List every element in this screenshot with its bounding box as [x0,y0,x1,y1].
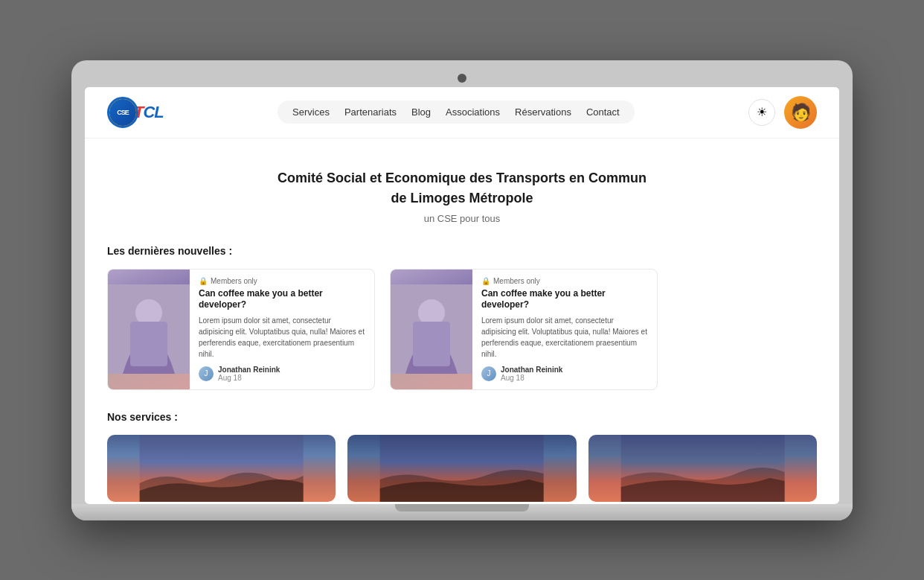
laptop-camera [85,74,839,83]
laptop-base-notch [395,504,529,512]
services-grid [107,435,817,502]
header-actions: ☀ 🧑 [748,96,817,129]
service-card-1[interactable] [107,435,336,502]
nav-pill: Services Partenariats Blog Associations … [277,101,635,124]
author-date-1: Aug 18 [218,374,242,382]
logo-area: CSE TCL [107,97,164,128]
service-card-3[interactable] [588,435,817,502]
news-card-2-title: Can coffee make you a better developer? [481,288,648,311]
news-grid: 🔒 Members only Can coffee make you a bet… [107,269,817,390]
author-name-2: Jonathan Reinink [501,366,562,374]
main-nav: Services Partenariats Blog Associations … [179,101,734,124]
news-card-2-author: J Jonathan Reinink Aug 18 [481,366,648,382]
author-name-1: Jonathan Reinink [218,366,280,374]
nav-item-blog[interactable]: Blog [411,106,431,118]
news-card-1-badge: 🔒 Members only [199,277,365,285]
author-date-2: Aug 18 [501,374,524,382]
news-card-1-image [108,270,190,389]
news-card-2-badge: 🔒 Members only [481,277,648,285]
news-img-placeholder-2 [391,270,472,389]
hero-title: Comité Social et Economique des Transpor… [107,168,817,208]
news-card-1-author: J Jonathan Reinink Aug 18 [199,366,365,382]
lock-icon-1: 🔒 [199,277,208,285]
news-card-2-body: 🔒 Members only Can coffee make you a bet… [472,270,657,389]
news-card-1[interactable]: 🔒 Members only Can coffee make you a bet… [107,269,375,390]
cse-logo: CSE [107,97,138,128]
nav-item-contact[interactable]: Contact [586,106,620,118]
nav-item-partenariats[interactable]: Partenariats [344,106,397,118]
author-avatar-1: J [199,366,214,381]
news-card-2[interactable]: 🔒 Members only Can coffee make you a bet… [390,269,658,390]
lock-icon-2: 🔒 [481,277,490,285]
author-avatar-2: J [481,366,496,381]
news-section: Les dernières nouvelles : [107,245,817,390]
service-card-2[interactable] [347,435,576,502]
news-img-placeholder-1 [108,270,190,389]
laptop-frame: CSE TCL Services Partenariats Blog Assoc… [71,60,853,520]
news-card-2-excerpt: Lorem ipsum dolor sit amet, consectetur … [481,315,648,360]
nav-item-reservations[interactable]: Réservations [515,106,571,118]
laptop-base [71,504,853,520]
avatar[interactable]: 🧑 [784,96,817,129]
cse-logo-text: CSE [109,99,136,126]
hero-subtitle: un CSE pour tous [107,213,817,224]
author-info-1: Jonathan Reinink Aug 18 [218,366,280,382]
laptop-screen: CSE TCL Services Partenariats Blog Assoc… [85,87,839,504]
site-main: Comité Social et Economique des Transpor… [85,138,839,502]
camera-dot [458,74,466,83]
site-header: CSE TCL Services Partenariats Blog Assoc… [85,87,839,138]
news-card-1-title: Can coffee make you a better developer? [199,288,365,311]
news-card-1-excerpt: Lorem ipsum dolor sit amet, consectetur … [199,315,365,360]
nav-item-associations[interactable]: Associations [446,106,500,118]
news-card-1-body: 🔒 Members only Can coffee make you a bet… [190,270,374,389]
services-section: Nos services : [107,411,817,502]
nav-item-services[interactable]: Services [292,106,330,118]
theme-toggle-button[interactable]: ☀ [748,99,775,126]
svg-rect-2 [130,322,167,366]
svg-rect-5 [413,322,450,366]
news-card-2-image [391,270,472,389]
news-section-title: Les dernières nouvelles : [107,245,817,257]
author-info-2: Jonathan Reinink Aug 18 [501,366,562,382]
services-section-title: Nos services : [107,411,817,423]
hero-section: Comité Social et Economique des Transpor… [107,161,817,245]
